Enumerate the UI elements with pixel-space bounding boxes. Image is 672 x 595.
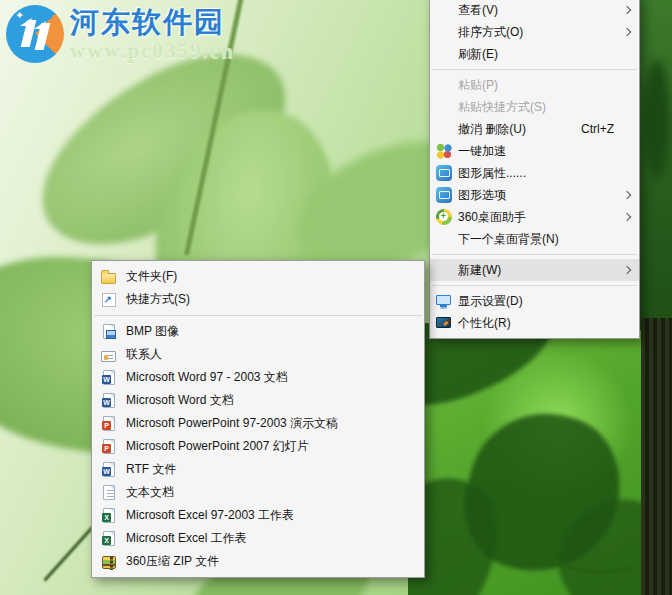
submenu-item-label: RTF 文件 <box>126 461 419 478</box>
menu-item-display-settings[interactable]: 显示设置(D) <box>430 290 639 312</box>
submenu-item-excel-97-2003[interactable]: Microsoft Excel 97-2003 工作表 <box>92 504 424 527</box>
menu-separator <box>94 315 422 316</box>
shortcut-key: Ctrl+Z <box>581 122 614 136</box>
menu-item-graphics-options[interactable]: 图形选项 <box>430 184 639 206</box>
submenu-item-label: Microsoft Excel 97-2003 工作表 <box>126 507 419 524</box>
bmp-file-icon <box>103 324 115 339</box>
new-submenu: 文件夹(F) 快捷方式(S) BMP 图像 联系人 Microsoft Word… <box>91 260 425 578</box>
menu-item-label: 撤消 删除(U) <box>458 121 581 138</box>
hedong-logo-icon: ✦ <box>6 5 64 63</box>
submenu-item-contacts[interactable]: 联系人 <box>92 343 424 366</box>
watermark: ✦ 河东软件园 www.pc0359.cn <box>6 5 235 63</box>
menu-item-one-key-speedup[interactable]: 一键加速 <box>430 140 639 162</box>
submenu-item-label: Microsoft Word 97 - 2003 文档 <box>126 369 419 386</box>
submenu-item-label: 文本文档 <box>126 484 419 501</box>
chevron-right-icon <box>623 213 631 221</box>
logo-star-icon: ✦ <box>15 9 24 22</box>
submenu-item-rtf[interactable]: RTF 文件 <box>92 458 424 481</box>
menu-item-new[interactable]: 新建(W) <box>430 259 639 281</box>
menu-item-label: 排序方式(O) <box>458 24 618 41</box>
desktop-context-menu: 查看(V) 排序方式(O) 刷新(E) 粘贴(P) 粘贴快捷方式(S) 撤消 删… <box>429 0 640 339</box>
dark-foliage-region <box>408 323 672 595</box>
text-file-icon <box>103 485 115 500</box>
tree-trunk <box>641 318 672 595</box>
menu-item-refresh[interactable]: 刷新(E) <box>430 43 639 65</box>
menu-item-sort-by[interactable]: 排序方式(O) <box>430 21 639 43</box>
submenu-item-label: 联系人 <box>126 346 419 363</box>
submenu-item-label: Microsoft PowerPoint 2007 幻灯片 <box>126 438 419 455</box>
submenu-item-word[interactable]: Microsoft Word 文档 <box>92 389 424 412</box>
submenu-item-label: Microsoft Word 文档 <box>126 392 419 409</box>
submenu-item-ppt-2007[interactable]: Microsoft PowerPoint 2007 幻灯片 <box>92 435 424 458</box>
submenu-item-label: BMP 图像 <box>126 323 419 340</box>
menu-item-label: 新建(W) <box>458 262 618 279</box>
menu-item-graphics-properties[interactable]: 图形属性...... <box>430 162 639 184</box>
submenu-item-shortcut[interactable]: 快捷方式(S) <box>92 288 424 311</box>
menu-item-label: 刷新(E) <box>458 46 618 63</box>
menu-item-label: 360桌面助手 <box>458 209 618 226</box>
excel-file-icon <box>103 531 115 546</box>
chevron-right-icon <box>623 6 631 14</box>
menu-item-360-desktop-assistant[interactable]: 360桌面助手 <box>430 206 639 228</box>
menu-item-label: 图形选项 <box>458 187 618 204</box>
leaf-silhouette <box>644 60 670 180</box>
menu-item-label: 显示设置(D) <box>458 293 618 310</box>
menu-item-view[interactable]: 查看(V) <box>430 0 639 21</box>
menu-item-label: 粘贴(P) <box>458 77 618 94</box>
submenu-item-word-97-2003[interactable]: Microsoft Word 97 - 2003 文档 <box>92 366 424 389</box>
word-file-icon <box>103 370 115 385</box>
display-settings-icon <box>436 293 452 309</box>
shortcut-icon <box>102 293 116 307</box>
menu-item-label: 个性化(R) <box>458 315 618 332</box>
menu-item-undo-delete[interactable]: 撤消 删除(U) Ctrl+Z <box>430 118 639 140</box>
zip-file-icon <box>102 556 116 569</box>
watermark-url: www.pc0359.cn <box>70 39 235 63</box>
submenu-item-bmp-image[interactable]: BMP 图像 <box>92 320 424 343</box>
chevron-right-icon <box>623 266 631 274</box>
contact-icon <box>101 351 116 362</box>
menu-separator <box>432 285 637 286</box>
submenu-item-label: 360压缩 ZIP 文件 <box>126 553 419 570</box>
graphics-options-icon <box>436 187 452 203</box>
menu-separator <box>432 254 637 255</box>
speedup-icon <box>436 143 452 159</box>
menu-item-next-desktop-background[interactable]: 下一个桌面背景(N) <box>430 228 639 250</box>
menu-item-personalization[interactable]: 个性化(R) <box>430 312 639 334</box>
submenu-item-label: 文件夹(F) <box>126 268 419 285</box>
submenu-item-label: 快捷方式(S) <box>126 291 419 308</box>
360-desktop-assistant-icon <box>436 209 452 225</box>
menu-item-label: 查看(V) <box>458 2 618 19</box>
menu-separator <box>432 69 637 70</box>
submenu-item-360-zip[interactable]: 360压缩 ZIP 文件 <box>92 550 424 573</box>
menu-item-label: 下一个桌面背景(N) <box>458 231 618 248</box>
submenu-item-ppt-97-2003[interactable]: Microsoft PowerPoint 97-2003 演示文稿 <box>92 412 424 435</box>
submenu-item-label: Microsoft PowerPoint 97-2003 演示文稿 <box>126 415 419 432</box>
excel-file-icon <box>103 508 115 523</box>
submenu-item-label: Microsoft Excel 工作表 <box>126 530 419 547</box>
chevron-right-icon <box>623 191 631 199</box>
watermark-title: 河东软件园 <box>70 5 235 39</box>
word-file-icon <box>103 393 115 408</box>
graphics-properties-icon <box>436 165 452 181</box>
menu-item-paste-shortcut: 粘贴快捷方式(S) <box>430 96 639 118</box>
powerpoint-file-icon <box>103 439 115 454</box>
folder-icon <box>101 273 116 284</box>
powerpoint-file-icon <box>103 416 115 431</box>
submenu-item-excel[interactable]: Microsoft Excel 工作表 <box>92 527 424 550</box>
rtf-file-icon <box>103 462 115 477</box>
submenu-item-text-document[interactable]: 文本文档 <box>92 481 424 504</box>
chevron-right-icon <box>623 28 631 36</box>
submenu-item-folder[interactable]: 文件夹(F) <box>92 265 424 288</box>
menu-item-label: 粘贴快捷方式(S) <box>458 99 618 116</box>
personalization-icon <box>436 315 452 331</box>
menu-item-label: 一键加速 <box>458 143 618 160</box>
menu-item-label: 图形属性...... <box>458 165 618 182</box>
menu-item-paste: 粘贴(P) <box>430 74 639 96</box>
